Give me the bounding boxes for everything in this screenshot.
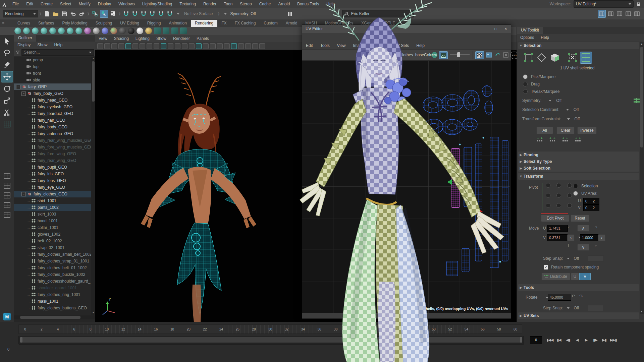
minimize-button[interactable]: ─ <box>481 26 491 31</box>
texture-select-caret[interactable] <box>387 54 389 56</box>
outliner-item-fairy_clothes_ring_1001[interactable]: →fairy_clothes_ring_1001 <box>14 291 95 298</box>
light1-shelf-icon[interactable] <box>14 27 21 34</box>
viewport-icon-3[interactable] <box>111 43 117 49</box>
outliner-item-fairy_clothesshoulder_gaurd_[interactable]: →fairy_clothesshoulder_gaurd_ <box>14 278 95 285</box>
uv-grid-tool[interactable] <box>1 119 13 129</box>
outliner-item-fairy_antenna_GEO[interactable]: →fairy_antenna_GEO <box>14 130 95 137</box>
go-to-end-button[interactable]: ▶▶▮ <box>609 336 618 344</box>
outliner-item-fairy_tearduct_GEO[interactable]: →fairy_tearduct_GEO <box>14 110 95 117</box>
section-select-by-type[interactable]: ▶Select By Type <box>518 158 639 165</box>
snap-grid-icon[interactable] <box>122 10 130 17</box>
paint-select-tool[interactable] <box>1 59 13 70</box>
move-up-button[interactable]: ∧ <box>577 225 589 232</box>
attribute-editor-icon[interactable] <box>616 10 623 17</box>
single-pane-layout[interactable] <box>1 172 13 180</box>
pivot-grid-radio[interactable] <box>556 203 561 208</box>
transform-constraint-caret[interactable] <box>567 118 570 120</box>
light3-shelf-icon[interactable] <box>32 27 39 34</box>
channel-box-icon[interactable] <box>633 10 641 17</box>
uv-editor-canvas[interactable]: (1/0) UV shells, (0/0) overlapping UVs, … <box>302 61 511 313</box>
outliner-tab[interactable]: Outliner <box>14 35 36 42</box>
shelf-tab-arnold[interactable]: Arnold <box>282 20 302 27</box>
uv-menu-view[interactable]: View <box>333 43 350 48</box>
outliner-item-collar_1001[interactable]: →collar_1001 <box>14 224 95 231</box>
redo-icon[interactable] <box>78 10 86 17</box>
shelf-tab-curves[interactable]: Curves <box>13 20 34 27</box>
sphere-gray-shelf-icon[interactable] <box>93 27 100 34</box>
four-pane-layout[interactable] <box>1 201 13 209</box>
pivot-uv-area-radio[interactable]: UV Area: <box>573 191 597 196</box>
move-tool[interactable] <box>1 71 13 82</box>
viewport-icon-17[interactable] <box>210 43 216 49</box>
outliner-item-side[interactable]: side <box>14 77 95 83</box>
menu-modify[interactable]: Modify <box>75 0 94 8</box>
outliner-item-fairy_rear_wing_GEO[interactable]: →fairy_rear_wing_GEO <box>14 157 95 164</box>
shrink-shell-icon[interactable] <box>548 137 556 142</box>
outliner-item-fairy_eyelash_GEO[interactable]: →fairy_eyelash_GEO <box>14 104 95 110</box>
viewport-menu-view[interactable]: View <box>95 36 111 41</box>
uv-lattice-icon[interactable] <box>494 51 501 59</box>
viewport-icon-24[interactable] <box>259 43 265 49</box>
outliner-item-fairy_clothes_belt_01_1002[interactable]: →fairy_clothes_belt_01_1002 <box>14 264 95 271</box>
shelf-tab-animation[interactable]: Animation <box>165 20 191 27</box>
sphere-gold-shelf-icon[interactable] <box>145 27 152 34</box>
light8-shelf-icon[interactable] <box>75 27 82 34</box>
uv-menu-textures[interactable]: Textures <box>368 43 390 48</box>
move-left-button[interactable]: ‹ <box>567 234 575 241</box>
user-account-dropdown[interactable]: Eric Keller <box>342 10 414 17</box>
outliner-item-hood_1001[interactable]: →hood_1001 <box>14 218 95 224</box>
viewport-menu-panels[interactable]: Panels <box>193 36 212 41</box>
viewport-icon-9[interactable] <box>154 43 159 49</box>
outliner-vertical-scrollbar[interactable]: ▲ ▼ <box>91 57 95 315</box>
pivot-grid-radio[interactable] <box>546 203 550 208</box>
open-scene-icon[interactable] <box>52 10 59 17</box>
uv-editor-titlebar[interactable]: UV Editor ─ □ × <box>302 25 511 33</box>
outliner-item-gloves_1002[interactable]: →gloves_1002 <box>14 231 95 238</box>
section-transform[interactable]: ▼Transform <box>518 173 639 180</box>
image-display-button[interactable] <box>439 51 448 59</box>
select-tool[interactable] <box>1 36 13 47</box>
outliner-item-mask_1001[interactable]: →mask_1001 <box>14 298 95 305</box>
uvtool4-shelf-icon[interactable] <box>180 27 187 34</box>
menu-edit[interactable]: Edit <box>22 0 37 8</box>
outliner-item-top[interactable]: top <box>14 63 95 70</box>
menu-windows[interactable]: Windows <box>115 0 139 8</box>
select-object-icon[interactable] <box>100 10 108 18</box>
scale-tool[interactable] <box>1 95 13 106</box>
viewport-icon-7[interactable] <box>140 43 145 49</box>
menu-render[interactable]: Render <box>200 0 220 8</box>
viewport-icon-10[interactable] <box>161 43 166 49</box>
snap-curve-icon[interactable] <box>131 10 139 17</box>
outliner-menu-help[interactable]: Help <box>51 43 66 47</box>
menu-lighting-shading[interactable]: Lighting/Shading <box>139 0 176 8</box>
pivot-grid-radio[interactable] <box>567 183 572 188</box>
pivot-grid-radio[interactable] <box>567 203 572 208</box>
outliner-item-front[interactable]: front <box>14 70 95 77</box>
outliner-item-fairy_eye_GEO[interactable]: →fairy_eye_GEO <box>14 184 95 191</box>
grow-shell-icon[interactable] <box>561 137 569 142</box>
shelf-menu-icon[interactable]: ≡ <box>0 20 7 27</box>
menu-stereo[interactable]: Stereo <box>236 0 255 8</box>
pivot-selection-radio[interactable]: Selection <box>573 184 598 188</box>
close-button[interactable]: × <box>501 26 511 31</box>
shelf-tab-rigging[interactable]: Rigging <box>143 20 165 27</box>
outliner-search-input[interactable]: Search... <box>21 49 94 56</box>
viewport-icon-23[interactable] <box>252 43 258 49</box>
symmetry-value[interactable]: Off <box>556 98 561 103</box>
outliner-item-fairy_lens_GEO[interactable]: →fairy_lens_GEO <box>14 177 95 184</box>
outliner-item-fairy_hair_GEO[interactable]: →fairy_hair_GEO <box>14 117 95 124</box>
viewport-icon-18[interactable] <box>217 43 223 49</box>
light7-shelf-icon[interactable] <box>67 27 73 34</box>
step-forward-frame-button[interactable]: ▶▮ <box>600 336 609 344</box>
checker-display-icon[interactable] <box>374 51 381 59</box>
outliner-pane-layout[interactable] <box>1 210 13 219</box>
undo-icon[interactable] <box>69 10 77 17</box>
lasso-tool[interactable] <box>1 48 13 58</box>
outliner-item-fairy_iris_GEO[interactable]: →fairy_iris_GEO <box>14 171 95 177</box>
sphere-blue-shelf-icon[interactable] <box>102 27 108 34</box>
section-tools[interactable]: ▶Tools <box>518 284 639 291</box>
uv-icon[interactable] <box>567 52 578 63</box>
outliner-item-fairy_body_GEO[interactable]: →fairy_body_GEO <box>14 124 95 130</box>
menu-set-dropdown[interactable]: Rendering <box>3 10 38 17</box>
move-step-field[interactable]: 1.0000 <box>580 234 599 241</box>
